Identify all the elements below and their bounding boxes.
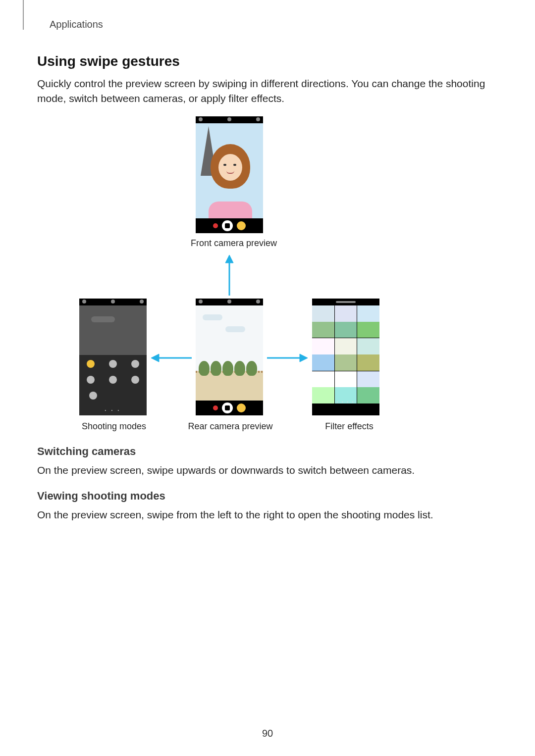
heading-viewing-modes: Viewing shooting modes xyxy=(37,490,498,503)
svg-marker-3 xyxy=(151,354,159,362)
phone-topbar xyxy=(312,299,379,305)
topbar-icon xyxy=(227,117,231,121)
phone-topbar xyxy=(196,299,263,305)
modes-scene: • • • xyxy=(79,305,147,415)
page-edge-mark xyxy=(23,0,24,30)
effects-icon xyxy=(237,221,246,230)
rear-scene xyxy=(196,305,263,401)
caption-filter-effects: Filter effects xyxy=(315,421,384,432)
section-header: Applications xyxy=(50,19,103,30)
front-camera-preview-illustration xyxy=(196,116,263,233)
shooting-modes-illustration: • • • xyxy=(79,299,147,415)
filter-effects-illustration: • • • • xyxy=(312,299,379,415)
shutter-icon xyxy=(222,403,233,413)
filter-scene: • • • • xyxy=(312,299,379,415)
camera-controls xyxy=(196,401,263,415)
filter-thumb xyxy=(357,305,379,338)
mode-hyperlapse-icon xyxy=(87,376,95,384)
caption-rear-camera: Rear camera preview xyxy=(186,421,275,432)
topbar-icon xyxy=(256,117,260,121)
mode-auto-icon xyxy=(87,360,95,368)
swipe-left-arrow-icon xyxy=(151,353,192,363)
caption-shooting-modes: Shooting modes xyxy=(79,421,149,432)
rear-camera-preview-illustration xyxy=(196,299,263,415)
mode-hdr-icon xyxy=(109,376,117,384)
mode-pro-icon xyxy=(109,360,117,368)
topbar-icon xyxy=(199,117,203,121)
phone-topbar xyxy=(79,299,147,305)
svg-marker-5 xyxy=(300,354,308,362)
record-icon xyxy=(213,405,218,410)
filter-thumb xyxy=(312,338,334,370)
para-viewing-modes: On the preview screen, swipe from the le… xyxy=(37,507,498,522)
mode-panorama-icon xyxy=(131,360,139,368)
page-content: Using swipe gestures Quickly control the… xyxy=(37,53,498,528)
selfie-scene xyxy=(196,123,263,218)
shutter-icon xyxy=(222,220,233,231)
mode-more-icon xyxy=(89,392,97,400)
swipe-diagram: Front camera preview xyxy=(37,116,498,433)
filter-thumb xyxy=(357,371,379,403)
filter-thumb xyxy=(335,338,357,370)
pager-dots-icon: • • • • xyxy=(312,400,379,403)
intro-paragraph: Quickly control the preview screen by sw… xyxy=(37,76,498,106)
filter-thumb xyxy=(357,338,379,370)
swipe-right-arrow-icon xyxy=(267,353,308,363)
para-switching-cameras: On the preview screen, swipe upwards or … xyxy=(37,463,498,478)
pager-dots-icon: • • • xyxy=(79,408,147,412)
heading-swipe-gestures: Using swipe gestures xyxy=(37,53,498,69)
phone-topbar xyxy=(196,116,263,123)
record-icon xyxy=(213,223,218,228)
heading-switching-cameras: Switching cameras xyxy=(37,445,498,458)
swipe-up-arrow-icon xyxy=(224,255,234,296)
filter-thumb xyxy=(312,305,334,338)
filter-thumb xyxy=(312,371,334,403)
filter-thumb xyxy=(335,305,357,338)
camera-controls xyxy=(196,218,263,233)
page-number: 90 xyxy=(0,728,535,739)
mode-night-icon xyxy=(131,376,139,384)
svg-marker-1 xyxy=(225,255,233,263)
effects-icon xyxy=(237,403,246,412)
caption-front-camera: Front camera preview xyxy=(184,238,283,249)
filter-thumb xyxy=(335,371,357,403)
